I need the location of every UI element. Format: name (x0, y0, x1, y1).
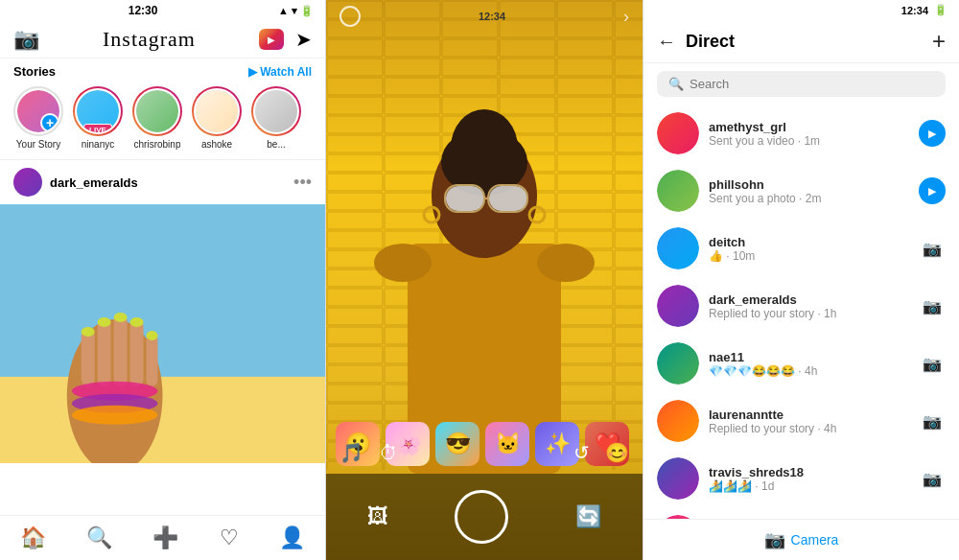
post-more-button[interactable]: ••• (293, 174, 312, 191)
svg-rect-1 (0, 377, 325, 463)
story-ring-chrisrobinp (132, 86, 182, 136)
dm-item-laurenanntte[interactable]: laurenanntte Replied to your story · 4h … (643, 392, 959, 450)
new-message-button[interactable]: + (932, 28, 946, 55)
direct-header: ← Direct + (643, 20, 959, 63)
dm-item-travis-shreds18[interactable]: travis_shreds18 🏄🏄🏄 · 1d 📷 (643, 450, 959, 507)
refresh-icon[interactable]: ↺ (573, 441, 590, 464)
svg-rect-26 (446, 186, 484, 211)
feed-header: 📷 Instagram ▶ ➤ (0, 21, 325, 58)
dm-camera-nae11[interactable]: 📷 (919, 350, 946, 377)
dm-unread-amethyst-grl[interactable]: ▶ (919, 120, 946, 147)
tv-icon[interactable]: ▶ (259, 29, 284, 50)
story-avatar-be (253, 88, 299, 134)
nav-likes-icon[interactable]: ♡ (220, 525, 239, 550)
direct-time: 12:34 (901, 5, 928, 16)
feed-status-bar: 12:30 ▲ ▾ 🔋 (0, 0, 325, 21)
camera-bottom-tools: 🖼 🔄 (326, 474, 643, 560)
story-item-ninanyc[interactable]: LIVE ninanyc (73, 86, 123, 150)
stories-bar: Stories ▶ Watch All (0, 58, 325, 82)
nav-search-icon[interactable]: 🔍 (86, 525, 112, 550)
filter-cat-icon[interactable]: 🐱 (485, 422, 529, 466)
dm-item-amethyst-grl[interactable]: amethyst_grl Sent you a video · 1m ▶ (643, 105, 959, 162)
music-icon[interactable]: 🎵 (339, 441, 363, 464)
camera-bottom-bar[interactable]: 📷 Camera (643, 519, 959, 560)
dm-preview-deitch: 👍 · 10m (709, 249, 909, 263)
dm-camera-dark-emeralds[interactable]: 📷 (919, 292, 946, 319)
camera-panel: 12:34 › 😮 🌸 😎 🐱 ✨ ❤️ 🖼 🔄 🎵 ⏱ ↺ 😊 (326, 0, 643, 560)
svg-rect-6 (114, 315, 128, 386)
dm-name-phillsohn: phillsohn (709, 177, 909, 192)
story-item-be[interactable]: be... (251, 86, 301, 150)
dm-name-travis-shreds18: travis_shreds18 (709, 465, 909, 479)
flip-camera-icon[interactable]: 🔄 (575, 504, 601, 529)
direct-title: Direct (686, 32, 932, 52)
dm-item-dark-emeralds[interactable]: dark_emeralds Replied to your story · 1h… (643, 277, 959, 335)
nav-profile-icon[interactable]: 👤 (279, 525, 305, 550)
capture-button[interactable] (455, 490, 508, 544)
dm-item-deitch[interactable]: deitch 👍 · 10m 📷 (643, 220, 959, 277)
dm-item-nae11[interactable]: nae11 💎💎💎😂😂😂 · 4h 📷 (643, 335, 959, 392)
direct-icon[interactable]: ➤ (295, 28, 312, 51)
dm-avatar-phillsohn (657, 170, 699, 212)
camera-chevron-right[interactable]: › (623, 7, 629, 27)
direct-search-bar[interactable]: 🔍 (657, 71, 946, 97)
svg-point-12 (82, 327, 95, 337)
direct-panel: 12:34 🔋 ← Direct + 🔍 amethyst_grl Sent y… (643, 0, 959, 560)
dm-time-amethyst-grl: 1m (804, 134, 820, 148)
nav-add-icon[interactable]: ➕ (152, 525, 178, 550)
watch-all-button[interactable]: ▶ Watch All (248, 65, 312, 79)
story-avatar-ashoke (194, 88, 240, 134)
post-username: dark_emeralds (50, 175, 286, 190)
dm-unread-phillsohn[interactable]: ▶ (919, 177, 946, 204)
feed-header-actions: ▶ ➤ (259, 28, 312, 51)
svg-point-34 (537, 244, 595, 282)
camera-header-icon[interactable]: 📷 (13, 27, 39, 52)
filter-sunglasses-icon[interactable]: 😎 (435, 422, 480, 466)
avatar-ashoke-img (196, 90, 238, 132)
emoji-icon[interactable]: 😊 (605, 441, 629, 464)
svg-point-15 (130, 317, 144, 327)
dm-item-phillsohn[interactable]: phillsohn Sent you a photo · 2m ▶ (643, 162, 959, 220)
post-item: dark_emeralds ••• (0, 159, 325, 463)
search-input[interactable] (690, 77, 934, 91)
dm-avatar-amethyst-grl (657, 112, 699, 154)
nav-home-icon[interactable]: 🏠 (20, 525, 46, 550)
wifi-icon: ▾ (292, 5, 297, 17)
camera-bottom-row-right: ↺ 😊 (573, 441, 629, 464)
dm-camera-laurenanntte[interactable]: 📷 (919, 408, 946, 434)
your-story-avatar: + (15, 88, 61, 134)
direct-status-bar: 12:34 🔋 (643, 0, 959, 20)
dm-avatar-dark-emeralds (657, 285, 699, 327)
story-item-ashoke[interactable]: ashoke (192, 86, 242, 150)
story-ring-ninanyc: LIVE (73, 86, 123, 136)
back-button[interactable]: ← (657, 31, 676, 53)
dm-preview-nae11: 💎💎💎😂😂😂 · 4h (709, 364, 909, 378)
dm-camera-travis-shreds18[interactable]: 📷 (919, 465, 946, 492)
story-item-your-story[interactable]: + Your Story (13, 86, 63, 150)
dm-name-dark-emeralds: dark_emeralds (709, 292, 909, 307)
dm-item-lil-lapislazuli[interactable]: lil_lapislazuli 🌊🌊🌊 · 1d 📷 (643, 507, 959, 519)
dm-name-laurenanntte: laurenanntte (709, 408, 909, 422)
bottom-nav: 🏠 🔍 ➕ ♡ 👤 (0, 515, 325, 560)
story-ring-ashoke (192, 86, 242, 136)
camera-top-bar: 12:34 › (326, 0, 643, 33)
post-avatar (13, 168, 42, 197)
story-item-chrisrobinp[interactable]: chrisrobinp (132, 86, 182, 150)
svg-rect-2 (0, 204, 325, 376)
dm-camera-deitch[interactable]: 📷 (919, 235, 946, 262)
dm-info-dark-emeralds: dark_emeralds Replied to your story · 1h (709, 292, 909, 320)
dm-time-phillsohn: 2m (806, 192, 822, 205)
dm-list: amethyst_grl Sent you a video · 1m ▶ phi… (643, 105, 959, 519)
dm-avatar-laurenanntte (657, 400, 699, 442)
feed-status-icons: ▲ ▾ 🔋 (278, 5, 314, 17)
feed-panel: 12:30 ▲ ▾ 🔋 📷 Instagram ▶ ➤ Stories ▶ Wa… (0, 0, 326, 560)
story-name-chrisrobinp: chrisrobinp (134, 139, 181, 150)
story-avatar-ninanyc: LIVE (75, 88, 121, 134)
search-icon: 🔍 (668, 77, 684, 91)
svg-rect-8 (147, 334, 158, 386)
dm-info-deitch: deitch 👍 · 10m (709, 235, 909, 263)
gallery-icon[interactable]: 🖼 (367, 504, 388, 529)
dm-name-amethyst-grl: amethyst_grl (709, 120, 909, 134)
dm-info-travis-shreds18: travis_shreds18 🏄🏄🏄 · 1d (709, 465, 909, 493)
timer-icon[interactable]: ⏱ (379, 442, 398, 464)
